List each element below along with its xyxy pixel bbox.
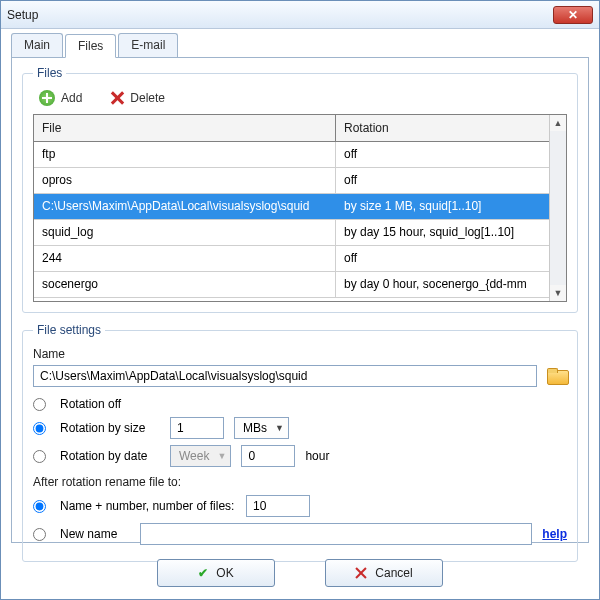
rotation-off-label: Rotation off xyxy=(60,397,121,411)
tab-main[interactable]: Main xyxy=(11,33,63,57)
rotation-date-hour-value[interactable] xyxy=(241,445,295,467)
col-rotation[interactable]: Rotation xyxy=(336,115,549,141)
titlebar: Setup ✕ xyxy=(1,1,599,29)
tab-files[interactable]: Files xyxy=(65,34,116,58)
add-label: Add xyxy=(61,91,82,105)
rotation-off-radio[interactable] xyxy=(33,398,46,411)
files-group: Files Add Delete File Rotation xyxy=(22,66,578,313)
cancel-label: Cancel xyxy=(375,566,412,580)
rename-newname-input[interactable] xyxy=(140,523,532,545)
tab-strip: Main Files E-mail xyxy=(1,29,599,57)
files-toolbar: Add Delete xyxy=(33,86,567,114)
cell-file: squid_log xyxy=(34,220,336,245)
cell-rotation: by day 15 hour, squid_log[1..10] xyxy=(336,220,549,245)
rotation-date-period-select[interactable]: Week ▼ xyxy=(170,445,231,467)
cell-file: socenergo xyxy=(34,272,336,297)
rename-number-value[interactable] xyxy=(246,495,310,517)
chevron-down-icon: ▼ xyxy=(275,423,284,433)
name-input[interactable] xyxy=(33,365,537,387)
add-icon xyxy=(39,90,55,106)
ok-button[interactable]: ✔ OK xyxy=(157,559,275,587)
rename-newname-label: New name xyxy=(60,527,130,541)
file-settings-group: File settings Name Rotation off Rotation… xyxy=(22,323,578,562)
delete-label: Delete xyxy=(130,91,165,105)
rename-newname-radio[interactable] xyxy=(33,528,46,541)
tab-email[interactable]: E-mail xyxy=(118,33,178,57)
table-row[interactable]: opros off xyxy=(34,168,549,194)
table-row[interactable]: 244 off xyxy=(34,246,549,272)
close-button[interactable]: ✕ xyxy=(553,6,593,24)
chevron-down-icon: ▼ xyxy=(217,451,226,461)
cell-file: C:\Users\Maxim\AppData\Local\visualsyslo… xyxy=(34,194,336,219)
name-label: Name xyxy=(33,347,567,361)
rotation-size-unit-select[interactable]: MBs ▼ xyxy=(234,417,289,439)
table-row[interactable]: ftp off xyxy=(34,142,549,168)
scroll-up-icon[interactable]: ▲ xyxy=(550,115,566,131)
help-link[interactable]: help xyxy=(542,527,567,541)
grid-header: File Rotation xyxy=(34,115,549,142)
col-file[interactable]: File xyxy=(34,115,336,141)
rotation-size-radio[interactable] xyxy=(33,422,46,435)
rename-number-label: Name + number, number of files: xyxy=(60,499,236,513)
scroll-track[interactable] xyxy=(550,131,566,285)
table-row[interactable]: squid_log by day 15 hour, squid_log[1..1… xyxy=(34,220,549,246)
cell-rotation: off xyxy=(336,168,549,193)
setup-dialog: Setup ✕ Main Files E-mail Files Add Dele… xyxy=(0,0,600,600)
rotation-size-value[interactable] xyxy=(170,417,224,439)
cell-file: opros xyxy=(34,168,336,193)
after-rotation-label: After rotation rename file to: xyxy=(33,475,567,489)
add-button[interactable]: Add xyxy=(39,90,82,106)
rename-number-radio[interactable] xyxy=(33,500,46,513)
cancel-icon xyxy=(355,567,367,579)
dialog-footer: ✔ OK Cancel xyxy=(1,549,599,599)
files-legend: Files xyxy=(33,66,66,80)
rotation-size-label: Rotation by size xyxy=(60,421,160,435)
check-icon: ✔ xyxy=(198,566,208,580)
window-title: Setup xyxy=(7,8,553,22)
cell-file: 244 xyxy=(34,246,336,271)
tab-page-files: Files Add Delete File Rotation xyxy=(11,57,589,543)
ok-label: OK xyxy=(216,566,233,580)
rotation-date-hour-label: hour xyxy=(305,449,329,463)
cell-rotation: by day 0 hour, socenergo_{dd-mm xyxy=(336,272,549,297)
files-grid-body: File Rotation ftp off opros off C:\Users… xyxy=(34,115,549,301)
files-grid: File Rotation ftp off opros off C:\Users… xyxy=(33,114,567,302)
rotation-date-radio[interactable] xyxy=(33,450,46,463)
delete-icon xyxy=(110,91,124,105)
table-row[interactable]: socenergo by day 0 hour, socenergo_{dd-m… xyxy=(34,272,549,298)
delete-button[interactable]: Delete xyxy=(110,91,165,105)
file-settings-legend: File settings xyxy=(33,323,105,337)
rotation-date-period-label: Week xyxy=(179,449,209,463)
cell-rotation: off xyxy=(336,246,549,271)
rotation-date-label: Rotation by date xyxy=(60,449,160,463)
scroll-down-icon[interactable]: ▼ xyxy=(550,285,566,301)
close-icon: ✕ xyxy=(568,8,578,22)
cell-file: ftp xyxy=(34,142,336,167)
cell-rotation: by size 1 MB, squid[1..10] xyxy=(336,194,549,219)
rotation-size-unit-label: MBs xyxy=(243,421,267,435)
table-row[interactable]: C:\Users\Maxim\AppData\Local\visualsyslo… xyxy=(34,194,549,220)
cell-rotation: off xyxy=(336,142,549,167)
browse-folder-icon[interactable] xyxy=(547,368,567,384)
grid-scrollbar[interactable]: ▲ ▼ xyxy=(549,115,566,301)
cancel-button[interactable]: Cancel xyxy=(325,559,443,587)
